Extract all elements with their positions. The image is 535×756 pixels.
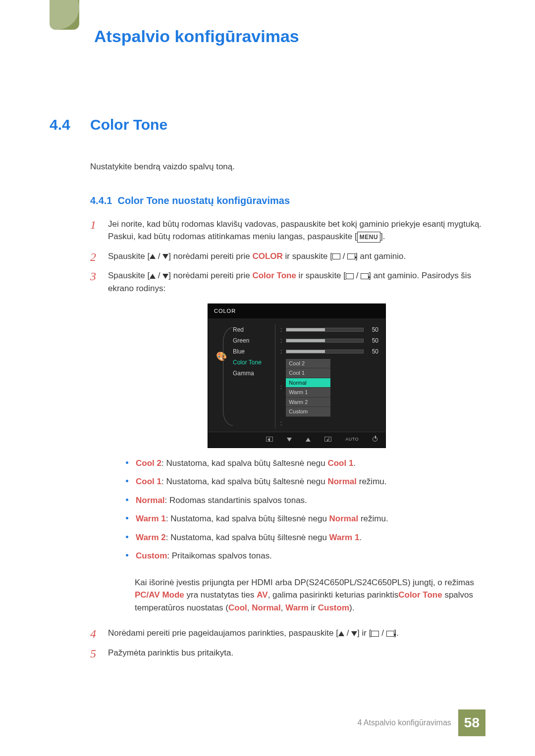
enter-source-icon: [347, 253, 355, 259]
val-red: 50: [368, 325, 378, 334]
step4-b: ] ir [: [357, 628, 371, 638]
kw-normal2: Normal: [252, 603, 281, 612]
step-2: Spauskite [ / ] norėdami pereiti prie CO…: [90, 250, 485, 263]
enter-icon: [346, 273, 354, 279]
kw-warm2: Warm 2: [136, 533, 166, 542]
chapter-tab: [50, 0, 79, 30]
chapter-title: Atspalvio konfigūravimas: [94, 15, 485, 49]
opt-warm2: Warm 2: [286, 398, 330, 407]
steps-list: Jei norite, kad būtų rodomas klavišų vad…: [90, 218, 485, 659]
step-5: Pažymėta parinktis bus pritaikyta.: [90, 647, 485, 659]
subsection-name: Color Tone nuostatų konfigūravimas: [118, 195, 290, 206]
down-icon: [351, 631, 357, 636]
step-1: Jei norite, kad būtų rodomas klavišų vad…: [90, 218, 485, 243]
osd-menu: COLOR 🎨 Red Green Blue Color Tone Gamma: [208, 303, 386, 448]
kw-color: COLOR: [252, 252, 282, 261]
up-icon: [150, 274, 156, 279]
osd-up-icon: [306, 438, 311, 442]
enter-icon: [371, 631, 379, 637]
n-a: Kai išorinė įvestis prijungta per HDMI a…: [135, 578, 474, 587]
kw-cool: Cool: [228, 603, 247, 612]
kw-cool1: Cool 1: [136, 477, 161, 486]
note-box: Kai išorinė įvestis prijungta per HDMI a…: [126, 573, 485, 617]
t: : Nustatoma, kad spalva būtų šaltesnė ne…: [161, 458, 327, 468]
val-blue: 50: [368, 347, 378, 356]
step3-b: ] norėdami pereiti prie: [168, 271, 252, 280]
e: .: [353, 458, 356, 468]
menu-button-label: MENU: [357, 232, 380, 243]
kw-av: AV: [257, 590, 268, 600]
osd-item-red: Red: [233, 324, 273, 335]
osd-enter-icon: [324, 437, 331, 442]
kw-color-tone: Color Tone: [252, 271, 296, 280]
kw-normal: Normal: [136, 496, 165, 505]
osd-item-colortone: Color Tone: [233, 357, 273, 368]
val-green: 50: [368, 336, 378, 345]
osd-right-col: :50 :50 :50 : Cool 2 Cool 1 Normal Warm …: [280, 324, 378, 429]
tone-list: Cool 2: Nustatoma, kad spalva būtų šalte…: [126, 457, 485, 562]
section-number: 4.4: [50, 113, 76, 136]
enter-source-icon: [361, 273, 369, 279]
t: : Pritaikomas spalvos tonas.: [167, 551, 272, 560]
step3-a: Spauskite [: [108, 271, 150, 280]
subsection-title: 4.4.1 Color Tone nuostatų konfigūravimas: [90, 193, 485, 208]
subsection-number: 4.4.1: [90, 195, 112, 206]
sep: ,: [247, 603, 252, 612]
tone-cool2: Cool 2: Nustatoma, kad spalva būtų šalte…: [126, 457, 485, 470]
osd-item-blue: Blue: [233, 346, 273, 357]
enter-icon: [332, 253, 340, 259]
tone-normal: Normal: Rodomas standartinis spalvos ton…: [126, 494, 485, 507]
footer-page-number: 58: [458, 709, 485, 736]
kw-pcav: PC/AV Mode: [135, 590, 184, 600]
step-4: Norėdami pereiti prie pageidaujamos pari…: [90, 627, 485, 640]
kw-custom: Custom: [136, 551, 167, 560]
opt-warm1: Warm 1: [286, 388, 330, 398]
slider-blue: [286, 350, 364, 353]
step-3: Spauskite [ / ] norėdami pereiti prie Co…: [90, 269, 485, 617]
step1-text-a: Jei norite, kad būtų rodomas klavišų vad…: [108, 219, 482, 242]
t: : Rodomas standartinis spalvos tonas.: [165, 496, 307, 505]
up-icon: [338, 631, 344, 636]
t: : Nustatoma, kad spalva būtų šiltesnė ne…: [166, 514, 329, 523]
tone-custom: Custom: Pritaikomas spalvos tonas.: [126, 550, 485, 562]
step2-b: ] norėdami pereiti prie: [168, 252, 252, 261]
n-c: , galima pasirinkti keturias parinktis: [268, 590, 399, 600]
step4-a: Norėdami pereiti prie pageidaujamos pari…: [108, 628, 338, 638]
opt-normal: Normal: [286, 378, 330, 388]
enter-source-icon: [386, 631, 394, 637]
r: Normal: [327, 477, 357, 486]
step5-text: Pažymėta parinktis bus pritaikyta.: [108, 648, 233, 657]
tone-warm1: Warm 1: Nustatoma, kad spalva būtų šilte…: [126, 512, 485, 525]
kw-ct: Color Tone: [398, 590, 442, 600]
opt-cool2: Cool 2: [286, 359, 330, 369]
e: .: [359, 533, 362, 542]
step2-a: Spauskite [: [108, 252, 150, 261]
n-e: ).: [349, 603, 354, 612]
osd-footer: AUTO: [208, 432, 385, 448]
n-b: yra nustatytas ties: [184, 590, 257, 600]
osd-power-icon: [373, 437, 377, 442]
down-icon: [162, 254, 168, 259]
osd-auto: AUTO: [345, 436, 359, 443]
step2-c: ir spauskite [: [283, 252, 332, 261]
section-title: Color Tone: [90, 113, 167, 136]
kw-custom2: Custom: [318, 603, 349, 612]
opt-custom: Custom: [286, 407, 330, 417]
t: : Nustatoma, kad spalva būtų šaltesnė ne…: [161, 477, 327, 486]
t: : Nustatoma, kad spalva būtų šiltesnė ne…: [166, 533, 329, 542]
r: Cool 1: [327, 458, 353, 468]
step3-c: ir spauskite [: [296, 271, 346, 280]
osd-item-gamma: Gamma: [233, 368, 273, 379]
osd-back-icon: [266, 437, 273, 442]
slider-red: [286, 328, 364, 332]
kw-warm: Warm: [285, 603, 309, 612]
osd-dropdown: Cool 2 Cool 1 Normal Warm 1 Warm 2 Custo…: [286, 359, 330, 417]
osd-down-icon: [287, 438, 292, 442]
r: Normal: [329, 514, 359, 523]
e: režimu.: [357, 477, 386, 486]
step2-d: ] ant gaminio.: [355, 252, 406, 261]
opt-cool1: Cool 1: [286, 368, 330, 378]
kw-warm1: Warm 1: [136, 514, 166, 523]
osd-header: COLOR: [208, 304, 385, 318]
e: režimu.: [358, 514, 388, 523]
